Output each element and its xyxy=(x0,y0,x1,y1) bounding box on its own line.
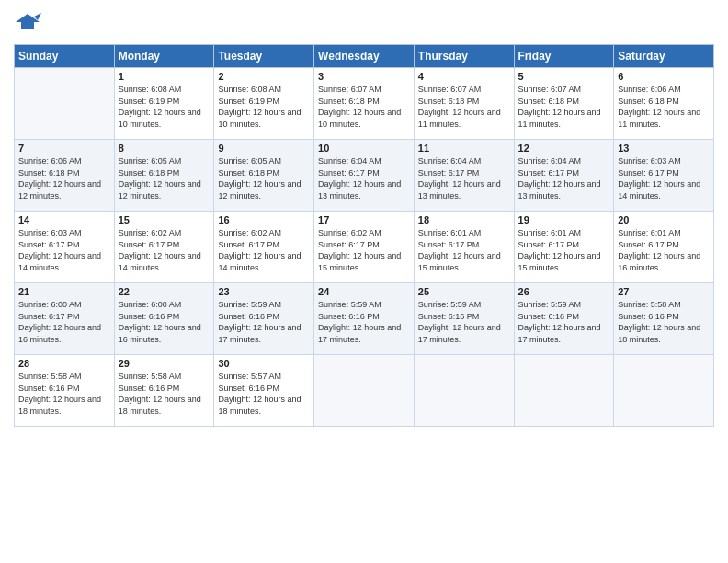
calendar-cell: 15Sunrise: 6:02 AMSunset: 6:17 PMDayligh… xyxy=(114,212,214,283)
day-info: Sunrise: 5:59 AMSunset: 6:16 PMDaylight:… xyxy=(318,299,410,345)
day-info: Sunrise: 5:58 AMSunset: 6:16 PMDaylight:… xyxy=(18,371,110,417)
weekday-header-tuesday: Tuesday xyxy=(214,45,314,68)
day-info: Sunrise: 6:05 AMSunset: 6:18 PMDaylight:… xyxy=(218,155,310,201)
day-number: 13 xyxy=(618,143,710,154)
day-number: 2 xyxy=(218,71,310,82)
calendar-table: SundayMondayTuesdayWednesdayThursdayFrid… xyxy=(14,44,714,427)
day-number: 15 xyxy=(119,214,210,225)
day-number: 12 xyxy=(518,143,610,154)
day-info: Sunrise: 5:59 AMSunset: 6:16 PMDaylight:… xyxy=(218,299,310,345)
weekday-header-wednesday: Wednesday xyxy=(314,45,415,68)
day-number: 25 xyxy=(418,286,510,297)
day-info: Sunrise: 6:08 AMSunset: 6:19 PMDaylight:… xyxy=(119,84,210,130)
day-info: Sunrise: 6:01 AMSunset: 6:17 PMDaylight:… xyxy=(618,227,710,273)
day-number: 21 xyxy=(18,286,110,297)
day-number: 1 xyxy=(119,71,210,82)
weekday-header-sunday: Sunday xyxy=(15,45,115,68)
day-info: Sunrise: 6:07 AMSunset: 6:18 PMDaylight:… xyxy=(518,84,610,130)
day-number: 11 xyxy=(418,143,510,154)
calendar-cell: 12Sunrise: 6:04 AMSunset: 6:17 PMDayligh… xyxy=(514,140,614,212)
day-info: Sunrise: 6:06 AMSunset: 6:18 PMDaylight:… xyxy=(18,155,110,201)
calendar-cell: 27Sunrise: 5:58 AMSunset: 6:16 PMDayligh… xyxy=(614,283,714,355)
day-number: 27 xyxy=(618,286,710,297)
calendar-cell: 29Sunrise: 5:58 AMSunset: 6:16 PMDayligh… xyxy=(114,355,214,427)
calendar-cell: 13Sunrise: 6:03 AMSunset: 6:17 PMDayligh… xyxy=(614,140,714,212)
day-number: 28 xyxy=(18,358,110,369)
calendar-header: SundayMondayTuesdayWednesdayThursdayFrid… xyxy=(15,45,714,68)
calendar-cell: 1Sunrise: 6:08 AMSunset: 6:19 PMDaylight… xyxy=(114,68,214,140)
day-info: Sunrise: 5:59 AMSunset: 6:16 PMDaylight:… xyxy=(418,299,510,345)
day-info: Sunrise: 6:02 AMSunset: 6:17 PMDaylight:… xyxy=(218,227,310,273)
day-number: 17 xyxy=(318,214,410,225)
day-info: Sunrise: 6:01 AMSunset: 6:17 PMDaylight:… xyxy=(518,227,610,273)
calendar-cell: 11Sunrise: 6:04 AMSunset: 6:17 PMDayligh… xyxy=(414,140,514,212)
day-number: 29 xyxy=(119,358,210,369)
logo xyxy=(14,9,45,37)
day-number: 4 xyxy=(418,71,510,82)
day-number: 6 xyxy=(618,71,710,82)
day-number: 9 xyxy=(218,143,310,154)
calendar-cell: 14Sunrise: 6:03 AMSunset: 6:17 PMDayligh… xyxy=(15,212,115,283)
calendar-cell: 8Sunrise: 6:05 AMSunset: 6:18 PMDaylight… xyxy=(114,140,214,212)
weekday-header-monday: Monday xyxy=(114,45,214,68)
day-number: 5 xyxy=(518,71,610,82)
week-row-4: 21Sunrise: 6:00 AMSunset: 6:17 PMDayligh… xyxy=(15,283,714,355)
calendar-body: 1Sunrise: 6:08 AMSunset: 6:19 PMDaylight… xyxy=(15,68,714,427)
day-info: Sunrise: 6:04 AMSunset: 6:17 PMDaylight:… xyxy=(418,155,510,201)
day-info: Sunrise: 6:02 AMSunset: 6:17 PMDaylight:… xyxy=(119,227,210,273)
day-info: Sunrise: 6:04 AMSunset: 6:17 PMDaylight:… xyxy=(518,155,610,201)
calendar-cell: 5Sunrise: 6:07 AMSunset: 6:18 PMDaylight… xyxy=(514,68,614,140)
logo-bird-icon xyxy=(14,9,41,37)
week-row-2: 7Sunrise: 6:06 AMSunset: 6:18 PMDaylight… xyxy=(15,140,714,212)
calendar-cell: 7Sunrise: 6:06 AMSunset: 6:18 PMDaylight… xyxy=(15,140,115,212)
weekday-header-thursday: Thursday xyxy=(414,45,514,68)
day-info: Sunrise: 5:58 AMSunset: 6:16 PMDaylight:… xyxy=(618,299,710,345)
calendar-cell: 23Sunrise: 5:59 AMSunset: 6:16 PMDayligh… xyxy=(214,283,314,355)
calendar-cell: 21Sunrise: 6:00 AMSunset: 6:17 PMDayligh… xyxy=(15,283,115,355)
day-number: 23 xyxy=(218,286,310,297)
calendar-cell: 17Sunrise: 6:02 AMSunset: 6:17 PMDayligh… xyxy=(314,212,415,283)
week-row-1: 1Sunrise: 6:08 AMSunset: 6:19 PMDaylight… xyxy=(15,68,714,140)
page-container: SundayMondayTuesdayWednesdayThursdayFrid… xyxy=(0,0,728,436)
day-info: Sunrise: 5:59 AMSunset: 6:16 PMDaylight:… xyxy=(518,299,610,345)
calendar-cell xyxy=(514,355,614,427)
day-info: Sunrise: 6:07 AMSunset: 6:18 PMDaylight:… xyxy=(418,84,510,130)
header xyxy=(14,9,714,37)
day-info: Sunrise: 6:06 AMSunset: 6:18 PMDaylight:… xyxy=(618,84,710,130)
day-info: Sunrise: 6:03 AMSunset: 6:17 PMDaylight:… xyxy=(18,227,110,273)
calendar-cell: 19Sunrise: 6:01 AMSunset: 6:17 PMDayligh… xyxy=(514,212,614,283)
day-number: 10 xyxy=(318,143,410,154)
day-info: Sunrise: 5:58 AMSunset: 6:16 PMDaylight:… xyxy=(119,371,210,417)
calendar-cell: 2Sunrise: 6:08 AMSunset: 6:19 PMDaylight… xyxy=(214,68,314,140)
day-info: Sunrise: 5:57 AMSunset: 6:16 PMDaylight:… xyxy=(218,371,310,417)
calendar-cell: 16Sunrise: 6:02 AMSunset: 6:17 PMDayligh… xyxy=(214,212,314,283)
week-row-3: 14Sunrise: 6:03 AMSunset: 6:17 PMDayligh… xyxy=(15,212,714,283)
day-number: 7 xyxy=(18,143,110,154)
day-number: 8 xyxy=(119,143,210,154)
day-info: Sunrise: 6:05 AMSunset: 6:18 PMDaylight:… xyxy=(119,155,210,201)
day-number: 14 xyxy=(18,214,110,225)
day-number: 18 xyxy=(418,214,510,225)
weekday-header-friday: Friday xyxy=(514,45,614,68)
day-info: Sunrise: 6:08 AMSunset: 6:19 PMDaylight:… xyxy=(218,84,310,130)
week-row-5: 28Sunrise: 5:58 AMSunset: 6:16 PMDayligh… xyxy=(15,355,714,427)
calendar-cell: 20Sunrise: 6:01 AMSunset: 6:17 PMDayligh… xyxy=(614,212,714,283)
calendar-cell: 30Sunrise: 5:57 AMSunset: 6:16 PMDayligh… xyxy=(214,355,314,427)
day-info: Sunrise: 6:00 AMSunset: 6:17 PMDaylight:… xyxy=(18,299,110,345)
day-number: 26 xyxy=(518,286,610,297)
day-info: Sunrise: 6:02 AMSunset: 6:17 PMDaylight:… xyxy=(318,227,410,273)
calendar-cell xyxy=(614,355,714,427)
calendar-cell: 26Sunrise: 5:59 AMSunset: 6:16 PMDayligh… xyxy=(514,283,614,355)
calendar-cell: 6Sunrise: 6:06 AMSunset: 6:18 PMDaylight… xyxy=(614,68,714,140)
weekday-header-row: SundayMondayTuesdayWednesdayThursdayFrid… xyxy=(15,45,714,68)
calendar-cell xyxy=(15,68,115,140)
day-info: Sunrise: 6:03 AMSunset: 6:17 PMDaylight:… xyxy=(618,155,710,201)
day-number: 20 xyxy=(618,214,710,225)
calendar-cell xyxy=(314,355,415,427)
calendar-cell: 25Sunrise: 5:59 AMSunset: 6:16 PMDayligh… xyxy=(414,283,514,355)
calendar-cell: 3Sunrise: 6:07 AMSunset: 6:18 PMDaylight… xyxy=(314,68,415,140)
day-number: 30 xyxy=(218,358,310,369)
day-info: Sunrise: 6:01 AMSunset: 6:17 PMDaylight:… xyxy=(418,227,510,273)
calendar-cell: 22Sunrise: 6:00 AMSunset: 6:16 PMDayligh… xyxy=(114,283,214,355)
calendar-cell: 10Sunrise: 6:04 AMSunset: 6:17 PMDayligh… xyxy=(314,140,415,212)
